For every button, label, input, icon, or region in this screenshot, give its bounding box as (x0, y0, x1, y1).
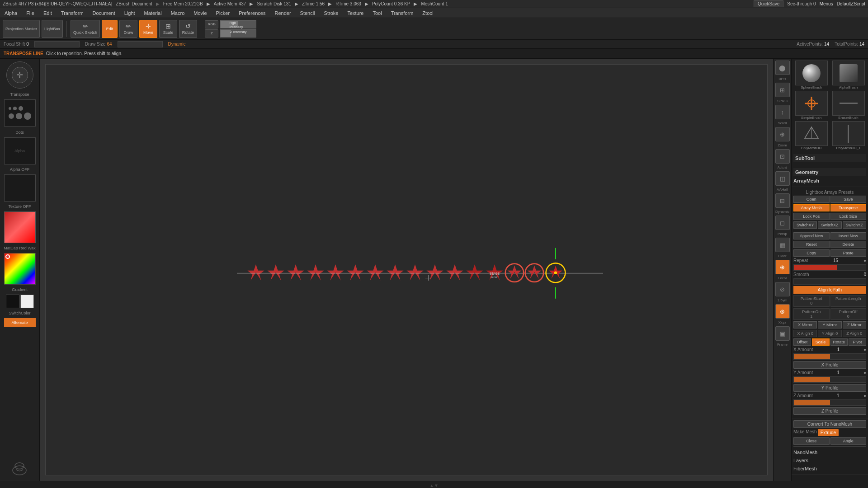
sym-button[interactable]: ⊘ (775, 282, 790, 296)
z-align-field[interactable]: Z Align 0 (843, 330, 866, 337)
rgb-button[interactable]: RGB (205, 20, 218, 28)
scale-button[interactable]: ⊞ Scale (159, 20, 177, 38)
menu-light[interactable]: Light (123, 9, 137, 17)
persp-button[interactable]: ◻ (775, 216, 790, 230)
menu-document[interactable]: Document (91, 9, 117, 17)
smooth-slider[interactable] (793, 278, 866, 285)
convert-nanomesh-button[interactable]: Convert To NanoMesh (793, 420, 866, 428)
menu-transform2[interactable]: Transform (389, 9, 415, 17)
x-profile-button[interactable]: X Profile (793, 361, 866, 369)
switch-xy-button[interactable]: SwitchXY (793, 221, 817, 229)
focal-shift-slider[interactable] (34, 41, 80, 47)
y-align-field[interactable]: Y Align 0 (818, 330, 841, 337)
menu-tool[interactable]: Tool (371, 9, 383, 17)
menus-label[interactable]: Menus (820, 1, 833, 6)
y-profile-button[interactable]: Y Profile (793, 384, 866, 392)
alpha-brush-item[interactable]: AlphaBrush (830, 61, 866, 89)
reset-button[interactable]: Reset (793, 241, 830, 248)
open-button[interactable]: Open (793, 196, 830, 203)
quick-sketch-button[interactable]: ✏ Quick Sketch (71, 20, 100, 38)
menu-ztool[interactable]: Ztool (420, 9, 435, 17)
dynamic-label[interactable]: Dynamic (168, 42, 186, 47)
actual-button[interactable]: ⊡ (775, 149, 790, 164)
copy-button[interactable]: Copy (793, 249, 830, 257)
y-amount-slider[interactable] (793, 376, 866, 383)
sphere-brush-item[interactable]: SphereBrush (793, 61, 829, 89)
scale-mode-button[interactable]: Scale (812, 338, 830, 346)
z-button[interactable]: Z (205, 29, 218, 38)
draw-button[interactable]: ✏ Draw (119, 20, 137, 38)
menu-stencil[interactable]: Stencil (298, 9, 317, 17)
star-group-16-active[interactable] (544, 262, 567, 285)
y-mirror-button[interactable]: Y Mirror (818, 321, 841, 328)
material-color-swatch[interactable] (4, 211, 36, 243)
y-amount-dot[interactable]: ● (863, 370, 866, 375)
eraser-brush-item[interactable]: EraserBrush (830, 91, 866, 120)
menu-edit[interactable]: Edit (42, 9, 54, 17)
color-picker[interactable] (4, 253, 36, 285)
transpose-button[interactable]: Transpose (830, 204, 867, 211)
z-amount-slider[interactable] (793, 399, 866, 406)
polymesh3d2-item[interactable]: PolyMesh3D_1 (830, 121, 866, 150)
angle-button[interactable]: Angle (830, 437, 867, 445)
extrude-button[interactable]: Extrude (818, 429, 839, 436)
x-align-field[interactable]: X Align 0 (793, 330, 817, 337)
repeat-dot[interactable]: ● (863, 258, 866, 263)
polymesh3d-item[interactable]: PolyMesh3D (793, 121, 829, 150)
menu-stroke[interactable]: Stroke (322, 9, 340, 17)
insert-new-button[interactable]: Insert New (830, 232, 867, 239)
pivot-button[interactable]: Pivot (849, 338, 866, 346)
menu-alpha[interactable]: Alpha (3, 9, 19, 17)
zoom-button[interactable]: ⊕ (775, 127, 790, 141)
menu-preferences[interactable]: Preferences (237, 9, 267, 17)
nav-compass[interactable]: ✛ (6, 61, 33, 89)
x-mirror-button[interactable]: X Mirror (793, 321, 817, 328)
menu-macro[interactable]: Macro (169, 9, 187, 17)
black-swatch[interactable] (6, 295, 19, 308)
fibermesh-title[interactable]: FiberMesh (793, 465, 866, 473)
lightbox-button[interactable]: LightBox (42, 20, 63, 38)
rotate-mode-button[interactable]: Rotate (830, 338, 848, 346)
switch-yz-button[interactable]: SwitchYZ (843, 221, 866, 229)
scroll-button[interactable]: ↕ (775, 105, 790, 119)
pattern-start-field[interactable]: PatternStart 0 (793, 295, 830, 307)
lock-size-button[interactable]: Lock Size (830, 213, 867, 220)
menu-transform[interactable]: Transform (59, 9, 85, 17)
rotate-button[interactable]: ↺ Rotate (179, 20, 197, 38)
floor-button[interactable]: ▦ (775, 238, 790, 252)
z-intensity-slider[interactable]: Z Intensity (220, 29, 256, 38)
rgb-intensity-slider[interactable]: Rgb Intensity (220, 20, 256, 28)
frame-button[interactable]: ▣ (775, 326, 790, 341)
alternate-button[interactable]: Alternate (4, 318, 36, 327)
z-mirror-button[interactable]: Z Mirror (843, 321, 866, 328)
menu-movie[interactable]: Movie (192, 9, 208, 17)
alpha-preview[interactable]: Alpha (4, 137, 36, 164)
projection-master-button[interactable]: Projection Master (3, 20, 40, 38)
z-profile-button[interactable]: Z Profile (793, 407, 866, 415)
menu-material[interactable]: Material (142, 9, 164, 17)
xyz-button[interactable]: ⊛ (775, 304, 790, 319)
close-button[interactable]: Close (793, 437, 830, 445)
canvas-area[interactable]: STAGEREPEAT (40, 59, 773, 481)
edit-button[interactable]: Edit (102, 20, 118, 38)
bpr-button[interactable]: ⬤ (775, 61, 790, 75)
x-amount-dot[interactable]: ● (863, 347, 866, 352)
array-mesh-button[interactable]: Array Mesh (793, 204, 830, 211)
align-to-path-button[interactable]: AlignToPath (793, 286, 866, 294)
paste-button[interactable]: Paste (830, 249, 867, 257)
menu-texture[interactable]: Texture (345, 9, 365, 17)
dynamic-button[interactable]: ⊟ (775, 193, 790, 208)
draw-size-slider[interactable] (118, 41, 163, 47)
x-amount-slider[interactable] (793, 353, 866, 360)
dot-brush-preview[interactable] (4, 99, 36, 127)
white-swatch[interactable] (20, 295, 34, 308)
offset-button[interactable]: Offset (793, 338, 811, 346)
menu-picker[interactable]: Picker (214, 9, 232, 17)
layers-title[interactable]: Layers (793, 456, 866, 465)
pattern-off-field[interactable]: PatternOff 0 (830, 308, 867, 320)
default-zscript[interactable]: DefaultZScript (837, 1, 865, 6)
spix-button[interactable]: ⊞ (775, 83, 790, 97)
quicksave-button[interactable]: QuickSave (754, 0, 783, 7)
geometry-title[interactable]: Geometry (793, 168, 866, 176)
simple-brush-item[interactable]: SimpleBrush (793, 91, 829, 120)
